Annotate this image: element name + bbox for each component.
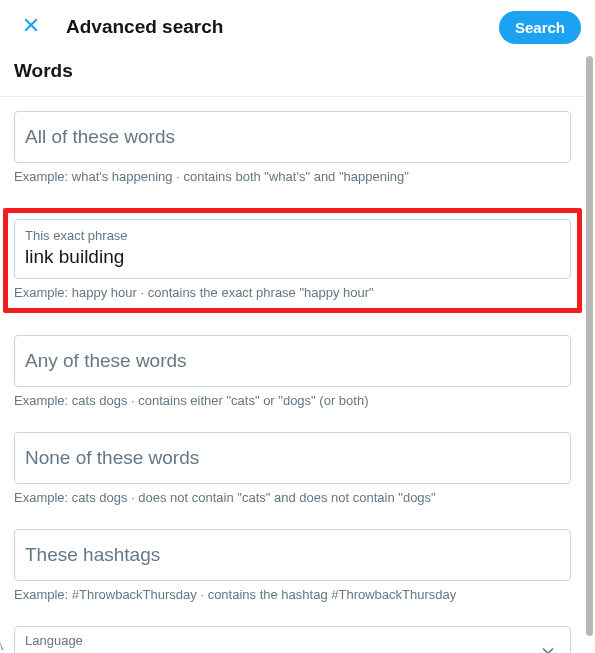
field-all-words: All of these words Example: what's happe… <box>14 111 571 186</box>
exact-phrase-input[interactable]: This exact phrase link building <box>14 219 571 279</box>
any-words-label: Any of these words <box>25 349 560 374</box>
field-language: Language Any language <box>14 626 571 653</box>
search-button[interactable]: Search <box>499 11 581 44</box>
hashtags-input[interactable]: These hashtags <box>14 529 571 581</box>
none-words-input[interactable]: None of these words <box>14 432 571 484</box>
exact-phrase-value: link building <box>25 245 560 270</box>
modal-title: Advanced search <box>66 16 499 38</box>
all-words-label: All of these words <box>25 125 560 150</box>
exact-phrase-label: This exact phrase <box>25 228 560 244</box>
close-button[interactable] <box>14 10 48 44</box>
any-words-input[interactable]: Any of these words <box>14 335 571 387</box>
section-words-title: Words <box>14 60 571 82</box>
exact-phrase-hint: Example: happy hour · contains the exact… <box>14 285 571 302</box>
divider <box>0 96 585 97</box>
field-exact-phrase: This exact phrase link building Example:… <box>14 208 571 313</box>
none-words-label: None of these words <box>25 446 560 471</box>
scrollbar[interactable] <box>586 56 593 636</box>
all-words-hint: Example: what's happening · contains bot… <box>14 169 571 186</box>
field-hashtags: These hashtags Example: #ThrowbackThursd… <box>14 529 571 604</box>
hashtags-hint: Example: #ThrowbackThursday · contains t… <box>14 587 571 604</box>
field-any-words: Any of these words Example: cats dogs · … <box>14 335 571 410</box>
modal-body: Words All of these words Example: what's… <box>0 56 585 653</box>
exact-phrase-highlight: This exact phrase link building Example:… <box>3 208 582 313</box>
hashtags-label: These hashtags <box>25 543 560 568</box>
any-words-hint: Example: cats dogs · contains either "ca… <box>14 393 571 410</box>
chevron-down-icon <box>538 641 558 653</box>
language-value: Any language <box>25 648 560 653</box>
modal-header: Advanced search Search <box>0 0 595 56</box>
all-words-input[interactable]: All of these words <box>14 111 571 163</box>
field-none-words: None of these words Example: cats dogs ·… <box>14 432 571 507</box>
language-select[interactable]: Language Any language <box>14 626 571 653</box>
language-label: Language <box>25 633 560 649</box>
close-icon <box>21 15 41 39</box>
advanced-search-modal: Advanced search Search Words All of thes… <box>0 0 595 653</box>
none-words-hint: Example: cats dogs · does not contain "c… <box>14 490 571 507</box>
